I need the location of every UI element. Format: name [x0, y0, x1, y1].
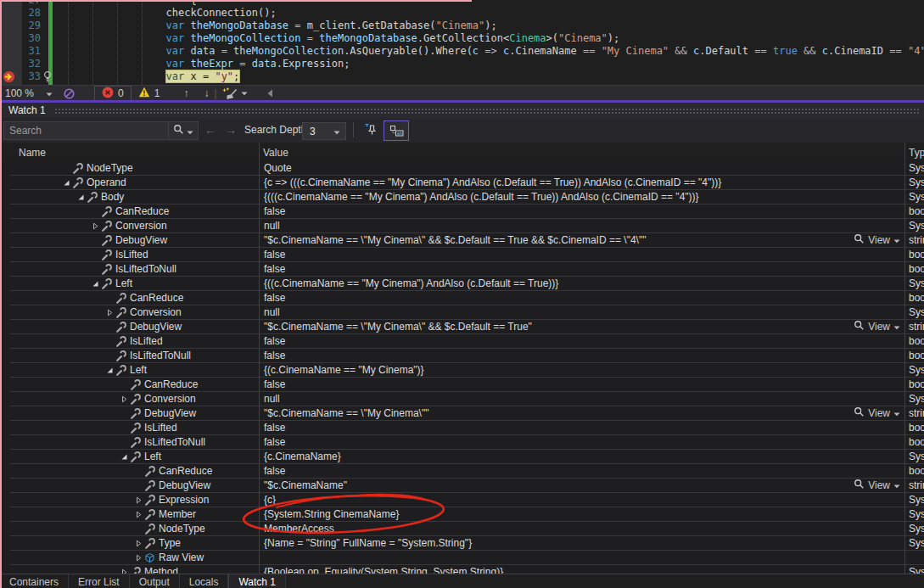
scroll-left-arrow[interactable] — [266, 89, 273, 98]
value-cell[interactable]: {c} — [264, 493, 848, 507]
search-button[interactable] — [168, 122, 198, 139]
value-cell[interactable]: {(c.CinemaName == "My Cinema")} — [264, 363, 848, 377]
code-line-33[interactable]: var x = "y"; — [0, 70, 924, 83]
tab-watch-1[interactable]: Watch 1 — [228, 574, 286, 588]
expander-open-icon[interactable] — [89, 277, 101, 290]
chevron-down-icon[interactable] — [241, 92, 248, 96]
search-input[interactable] — [4, 122, 168, 139]
code-line-29[interactable]: var theMongoDatabase = m_client.GetDatab… — [0, 20, 924, 32]
code-suggestions-icon[interactable] — [63, 87, 76, 100]
zoom-control[interactable]: 100 % — [5, 87, 53, 99]
column-header-value[interactable]: Value — [263, 147, 288, 159]
watch-row-canreduce[interactable]: CanReducefalseboo — [0, 204, 924, 219]
code-line-32[interactable]: var theExpr = data.Expression; — [0, 58, 924, 70]
search-depth-dropdown[interactable]: 3 — [302, 122, 346, 140]
column-header-name[interactable]: Name — [19, 147, 46, 159]
value-cell[interactable]: "$c.CinemaName == \"My Cinema\"" — [264, 406, 848, 420]
watch-row-canreduce[interactable]: CanReducefalseboo — [0, 291, 924, 305]
value-cell[interactable]: null — [264, 305, 848, 319]
expander-closed-icon[interactable] — [132, 536, 144, 550]
watch-row-debugview[interactable]: DebugView"$c.CinemaName == \"My Cinema\"… — [0, 406, 924, 421]
expander-open-icon[interactable] — [75, 190, 87, 204]
column-separator[interactable] — [904, 143, 905, 574]
value-cell[interactable]: {((c.CinemaName == "My Cinema") AndAlso … — [264, 277, 848, 290]
value-cell[interactable]: "$c.CinemaName == \"My Cinema\" && $c.De… — [264, 233, 848, 247]
warning-count-button[interactable]: 1 — [132, 87, 167, 100]
tab-containers[interactable]: Containers — [0, 574, 69, 588]
watch-row-debugview[interactable]: DebugView"$c.CinemaName == \"My Cinema\"… — [0, 320, 924, 334]
tab-error-list[interactable]: Error List — [69, 574, 130, 588]
value-cell[interactable]: "$c.CinemaName == \"My Cinema\" && $c.De… — [264, 320, 848, 333]
value-cell[interactable]: false — [264, 334, 848, 348]
value-cell[interactable]: false — [264, 291, 848, 305]
watch-row-debugview[interactable]: DebugView"$c.CinemaName == \"My Cinema\"… — [0, 233, 924, 248]
watch-row-nodetype[interactable]: NodeTypeMemberAccessSyst — [0, 522, 924, 536]
next-issue-button[interactable]: ↓ — [204, 87, 209, 99]
error-count-button[interactable]: 0 — [94, 86, 132, 101]
watch-row-islifted[interactable]: IsLiftedfalseboo — [0, 248, 924, 262]
value-cell[interactable]: null — [264, 392, 848, 406]
expander-open-icon[interactable] — [60, 176, 72, 189]
watch-row-method[interactable]: Method{Boolean op_Equality(System.String… — [0, 565, 924, 574]
watch-row-islifted[interactable]: IsLiftedfalseboo — [0, 421, 924, 435]
code-line-28[interactable]: checkConnection(); — [0, 7, 924, 20]
value-cell[interactable]: Quote — [264, 161, 848, 175]
value-cell[interactable]: false — [264, 248, 848, 261]
watch-row-isliftedtonull[interactable]: IsLiftedToNullfalseboo — [0, 262, 924, 277]
watch-row-conversion[interactable]: ConversionnullSyst — [0, 392, 924, 406]
watch-row-expression[interactable]: Expression{c}Syst — [0, 493, 924, 507]
watch-row-body[interactable]: Body{(((c.CinemaName == "My Cinema") And… — [0, 190, 924, 204]
view-visualizer-button[interactable]: View — [854, 320, 900, 333]
watch-row-operand[interactable]: Operand{c => (((c.CinemaName == "My Cine… — [0, 176, 924, 190]
value-cell[interactable]: false — [264, 262, 848, 276]
code-line-31[interactable]: var data = theMongoCollection.AsQueryabl… — [0, 45, 924, 58]
expander-closed-icon[interactable] — [132, 493, 144, 507]
watch-row-isliftedtonull[interactable]: IsLiftedToNullfalseboo — [0, 435, 924, 450]
watch-row-left[interactable]: Left{((c.CinemaName == "My Cinema") AndA… — [0, 277, 924, 291]
value-cell[interactable]: null — [264, 219, 848, 232]
watch-row-nodetype[interactable]: NodeTypeQuoteSyst — [0, 161, 924, 176]
value-cell[interactable]: MemberAccess — [264, 522, 848, 535]
code-editor[interactable]: 27{28checkConnection();29var theMongoDat… — [0, 0, 924, 85]
view-visualizer-button[interactable]: View — [854, 406, 900, 420]
pin-to-source-button[interactable] — [360, 120, 382, 139]
expander-closed-icon[interactable] — [118, 565, 130, 574]
view-visualizer-button[interactable]: View — [854, 233, 900, 247]
expander-closed-icon[interactable] — [118, 392, 130, 406]
expander-open-icon[interactable] — [104, 363, 115, 377]
value-cell[interactable] — [264, 551, 848, 564]
tab-output[interactable]: Output — [130, 574, 180, 588]
view-visualizer-button[interactable]: View — [854, 479, 900, 492]
watch-row-conversion[interactable]: ConversionnullSyst — [0, 219, 924, 233]
previous-issue-button[interactable]: ↑ — [183, 87, 188, 99]
watch-row-type[interactable]: Type{Name = "String" FullName = "System.… — [0, 536, 924, 551]
current-statement-arrow-icon[interactable] — [3, 70, 16, 83]
value-cell[interactable]: false — [264, 378, 848, 391]
expander-closed-icon[interactable] — [132, 551, 144, 564]
watch-row-canreduce[interactable]: CanReducefalseboo — [0, 464, 924, 479]
code-cleanup-icon[interactable] — [222, 87, 238, 100]
lightbulb-icon[interactable] — [42, 70, 54, 83]
watch-row-left[interactable]: Left{c.CinemaName}Syst — [0, 450, 924, 464]
value-cell[interactable]: false — [264, 349, 848, 362]
search-back-button[interactable]: ← — [202, 121, 219, 138]
value-cell[interactable]: {c.CinemaName} — [264, 450, 848, 463]
value-cell[interactable]: false — [264, 464, 848, 478]
value-cell[interactable]: {Name = "String" FullName = "System.Stri… — [264, 536, 848, 550]
value-cell[interactable]: {c => (((c.CinemaName == "My Cinema") An… — [264, 176, 848, 189]
value-cell[interactable]: "$c.CinemaName" — [264, 479, 848, 492]
watch-row-isliftedtonull[interactable]: IsLiftedToNullfalseboo — [0, 349, 924, 363]
watch-row-raw-view[interactable]: Raw View — [0, 551, 924, 565]
expander-closed-icon[interactable] — [89, 219, 101, 232]
value-cell[interactable]: false — [264, 421, 848, 434]
watch-row-islifted[interactable]: IsLiftedfalseboo — [0, 334, 924, 349]
value-cell[interactable]: {Boolean op_Equality(System.String, Syst… — [264, 565, 848, 574]
expander-closed-icon[interactable] — [104, 305, 115, 319]
text-visualizer-toggle-button[interactable]: ab — [384, 120, 409, 141]
expander-open-icon[interactable] — [118, 450, 130, 463]
tab-locals[interactable]: Locals — [180, 574, 229, 588]
column-separator[interactable] — [259, 143, 260, 574]
value-cell[interactable]: {System.String CinemaName} — [264, 507, 848, 521]
watch-row-conversion[interactable]: ConversionnullSyst — [0, 305, 924, 320]
column-header-type[interactable]: Type — [909, 147, 924, 159]
